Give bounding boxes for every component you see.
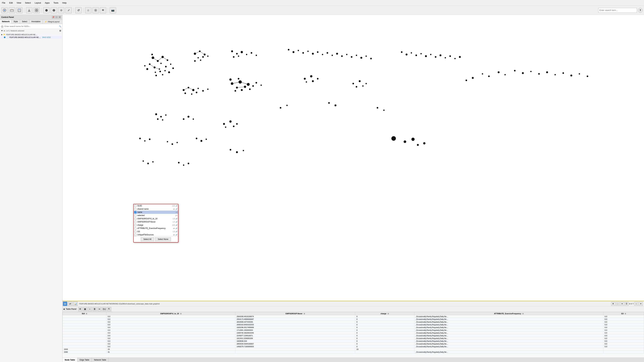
tab-style[interactable]: Style bbox=[12, 20, 20, 24]
table-row[interactable]: 0.0 2289740.3820833345 0 ,Occasionally,R… bbox=[63, 332, 644, 334]
menu-file[interactable]: File bbox=[1, 1, 6, 4]
col-check-selected[interactable] bbox=[134, 214, 136, 217]
eye-btn[interactable]: 👁 bbox=[100, 7, 106, 13]
menu-apps[interactable]: Apps bbox=[44, 1, 50, 4]
table-chart-btn[interactable]: 📊 bbox=[73, 302, 78, 306]
network-visualization[interactable] bbox=[62, 15, 644, 301]
view-btn[interactable] bbox=[92, 7, 99, 13]
delete-column-btn[interactable]: 🗑 bbox=[92, 307, 97, 311]
tab-edge-table[interactable]: Edge Table bbox=[78, 358, 92, 362]
menu-edit[interactable]: Edit bbox=[8, 1, 13, 4]
panel-float-btn[interactable]: □ bbox=[634, 302, 638, 306]
table-row[interactable]: 0.0 1912411.559083336 0 ,Occasionally,Ra… bbox=[63, 337, 644, 340]
select-all-btn[interactable]: Select All bbox=[141, 237, 154, 241]
cp-float-btn[interactable]: □ bbox=[55, 16, 58, 18]
col-check-suid[interactable] bbox=[134, 205, 136, 207]
tab-network-table[interactable]: Network Table bbox=[92, 358, 109, 362]
table-row[interactable]: 0.0 2245877.234916671 0 ,Occasionally,Ra… bbox=[63, 334, 644, 337]
table-settings-btn[interactable]: ⚙ bbox=[78, 307, 82, 311]
table-share-btn[interactable]: ⇄ bbox=[68, 302, 72, 306]
search-input[interactable] bbox=[598, 8, 637, 13]
menu-tools[interactable]: Tools bbox=[53, 1, 59, 4]
select-nodes-btn[interactable]: ⬚ bbox=[616, 302, 620, 306]
zoom-fit-btn[interactable]: ⊙ bbox=[58, 7, 64, 13]
export-btn[interactable]: ⬆ bbox=[611, 302, 615, 306]
table-row[interactable]: 0.0 2832668.437333335 0 ,Occasionally,Ra… bbox=[63, 321, 644, 323]
col-row-gnpsnever[interactable]: GNPSGROUP:Never 1.0 🔗 bbox=[134, 220, 178, 224]
network-group-item[interactable]: ▶ 📁 FEATURE-BASED-MOLECULAR-NETWORKING-5… bbox=[1, 33, 62, 36]
column-toggle-btn[interactable]: ▦ bbox=[83, 307, 87, 311]
grid-import-btn[interactable] bbox=[33, 7, 40, 13]
col-check-g3[interactable] bbox=[134, 231, 136, 233]
table-row[interactable]: 0.0 2554173.4896666687 0 ,Occasionally,R… bbox=[63, 318, 644, 321]
tab-network[interactable]: Network bbox=[0, 20, 12, 24]
col-check-charge[interactable] bbox=[134, 224, 136, 226]
table-row[interactable]: 0.0 1712881.283000003 0 ,Occasionally,Ra… bbox=[63, 329, 644, 332]
home-btn[interactable]: ⌂ bbox=[85, 7, 92, 13]
logo-btn[interactable] bbox=[1, 7, 8, 13]
col-check-name[interactable] bbox=[134, 211, 136, 213]
cp-close-btn[interactable]: ✕ bbox=[58, 16, 61, 18]
select-none-btn[interactable]: Select None bbox=[155, 237, 171, 241]
tab-select[interactable]: Select bbox=[20, 20, 29, 24]
tab-allegro[interactable]: ⚡ AllegroLayout bbox=[43, 20, 61, 24]
expand-toggle[interactable]: ▼ bbox=[1, 29, 3, 32]
table-row[interactable]: 0.0 2859334.5594166657 0 ,Occasionally,R… bbox=[63, 343, 644, 345]
col-check-attr[interactable] bbox=[134, 227, 136, 229]
table-row[interactable]: 1933 23 23 bbox=[63, 348, 644, 351]
col-row-g3[interactable]: G3 1.0 🔗 bbox=[134, 230, 178, 233]
zoom-selection-btn[interactable]: ⤢ bbox=[65, 7, 72, 13]
open-btn[interactable] bbox=[9, 7, 15, 13]
import-btn[interactable] bbox=[26, 7, 32, 13]
table-row[interactable]: 3380 31 ,Occasionally,Rarely,Regularly,D… bbox=[63, 351, 644, 354]
collapse-toggle[interactable]: ∧ bbox=[4, 29, 5, 32]
col-row-gnps6[interactable]: GNPSGROUP:6_to_10 1.0 🔗 bbox=[134, 217, 178, 220]
col-check-gnpsnever[interactable] bbox=[134, 221, 136, 223]
col-header-gnpsnever[interactable]: GNPSGROUP:Never ⊞ bbox=[235, 312, 355, 315]
col-row-selected[interactable]: selected y/n bbox=[134, 214, 178, 217]
col-row-name[interactable]: name ab bbox=[134, 211, 178, 214]
table-row[interactable]: 0.0 1609596.544 0 ,Occasionally,Rarely,R… bbox=[63, 340, 644, 343]
table-row[interactable]: 0.0 1458279.7165000003 0 ,Occasionally,R… bbox=[63, 345, 644, 348]
help-button[interactable]: ? bbox=[638, 8, 643, 13]
cp-pin-btn[interactable]: 📌 bbox=[52, 16, 54, 18]
camera-btn[interactable]: 📷 bbox=[110, 7, 116, 13]
zoom-out-btn[interactable]: ⊖ bbox=[50, 7, 57, 13]
merge-btn[interactable]: ⇔ bbox=[98, 307, 102, 311]
col-check-unique[interactable] bbox=[134, 234, 136, 236]
col-header-gnps610[interactable]: GNPSGROUP:6_to_10 ⊞ bbox=[106, 312, 235, 315]
menu-view[interactable]: View bbox=[16, 1, 22, 4]
menu-help[interactable]: Help bbox=[62, 1, 67, 4]
network-subitem[interactable]: 📄 FEATURE-BASED-MOLECULAR-NETWORKING-52a… bbox=[1, 36, 62, 39]
table-row[interactable]: 0.0 2690333.8493333333 0 ,Occasionally,R… bbox=[63, 323, 644, 326]
col-row-sharedname[interactable]: shared name ab 🔗 bbox=[134, 207, 178, 211]
add-column-btn[interactable]: ＋ bbox=[88, 307, 92, 311]
col-check-gnps6[interactable] bbox=[134, 218, 136, 220]
save-btn[interactable] bbox=[16, 7, 22, 13]
formula-btn[interactable]: f(x) bbox=[102, 307, 106, 311]
col-header-g3[interactable]: G3 ⊞ bbox=[603, 312, 644, 315]
export-table-btn[interactable]: ⇱ bbox=[107, 307, 111, 311]
menu-layout[interactable]: Layout bbox=[34, 1, 42, 4]
col-row-charge[interactable]: charge 123 🔗 bbox=[134, 224, 178, 227]
col-row-unique[interactable]: UniqueFileSources ab 🔗 bbox=[134, 233, 178, 236]
ndex-search-input[interactable] bbox=[4, 25, 59, 27]
refresh-btn[interactable]: ↺ bbox=[75, 7, 82, 13]
tab-node-table[interactable]: Node Table bbox=[62, 358, 78, 362]
table-grid-btn[interactable]: ⊞ bbox=[63, 302, 67, 306]
deselect-btn[interactable]: ✕ bbox=[620, 302, 624, 306]
menu-select[interactable]: Select bbox=[24, 1, 32, 4]
network-settings-icon[interactable]: ⚙ bbox=[59, 29, 61, 32]
table-area[interactable]: SUI ⊞ GNPSGROUP:6_to_10 ⊞ GNPSGROUP:Neve… bbox=[62, 312, 644, 358]
tab-annotation[interactable]: Annotation bbox=[29, 20, 42, 24]
col-header-sui[interactable]: SUI ⊞ bbox=[63, 312, 106, 315]
table-row[interactable]: 0.0 1926296.0517499999 0 ,Occasionally,R… bbox=[63, 326, 644, 329]
col-check-sharedname[interactable] bbox=[134, 208, 136, 210]
ndex-search-icon[interactable]: 🔍 bbox=[59, 25, 61, 27]
col-header-attr[interactable]: ATTRIBUTE_ExerciceFrequency ⊞ bbox=[414, 312, 603, 315]
table-options-btn[interactable]: ☰ bbox=[625, 302, 628, 306]
col-row-attr[interactable]: ATTRIBUTE_ExerciceFrequency ab 🔗 bbox=[134, 227, 178, 230]
zoom-in-btn[interactable]: ⊕ bbox=[43, 7, 50, 13]
panel-close-btn[interactable]: ✕ bbox=[639, 302, 643, 306]
col-header-charge[interactable]: charge ⊞ bbox=[355, 312, 414, 315]
